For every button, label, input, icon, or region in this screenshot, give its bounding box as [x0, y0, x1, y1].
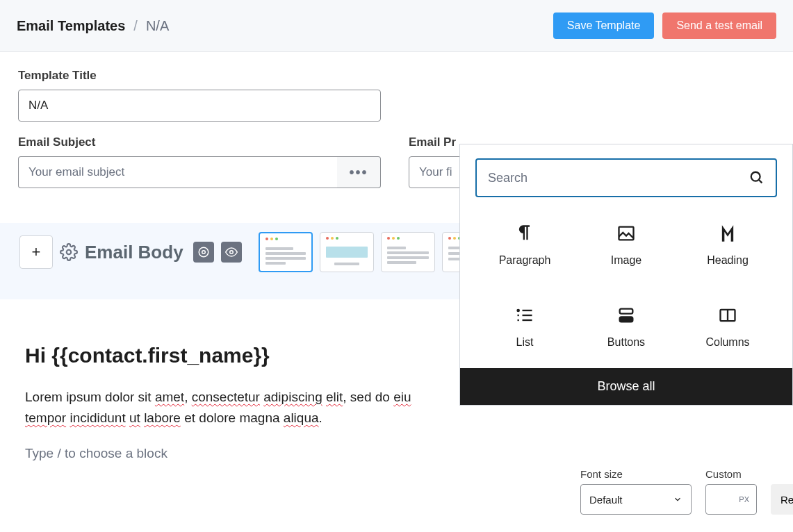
- font-size-label: Font size: [580, 468, 692, 480]
- settings-icon[interactable]: [60, 243, 78, 261]
- block-search[interactable]: [475, 158, 777, 197]
- preview-button[interactable]: [221, 242, 242, 263]
- block-paragraph[interactable]: Paragraph: [474, 218, 575, 272]
- buttons-icon: [616, 306, 636, 325]
- save-template-button[interactable]: Save Template: [553, 13, 655, 39]
- svg-point-3: [229, 251, 233, 254]
- block-heading[interactable]: Heading: [677, 218, 778, 272]
- typography-sidebar: Font size Default Custom PX Reset: [564, 468, 793, 515]
- chevron-down-icon: [673, 494, 682, 504]
- font-size-select[interactable]: Default: [580, 484, 692, 515]
- block-image[interactable]: Image: [575, 218, 677, 272]
- template-title-input[interactable]: [18, 90, 381, 122]
- image-icon: [616, 224, 636, 243]
- columns-icon: [718, 306, 737, 325]
- svg-point-1: [202, 251, 205, 254]
- svg-rect-13: [620, 309, 633, 314]
- layout-option-1[interactable]: [259, 232, 313, 272]
- page-header: Email Templates / N/A Save Template Send…: [0, 0, 793, 52]
- heading-icon: [718, 224, 737, 243]
- layout-option-3[interactable]: [381, 232, 435, 272]
- subject-merge-tags-button[interactable]: •••: [337, 156, 381, 188]
- block-search-input[interactable]: [488, 171, 749, 185]
- custom-label: Custom: [705, 468, 757, 480]
- reset-button[interactable]: Reset: [771, 484, 793, 515]
- template-title-label: Template Title: [18, 69, 381, 83]
- slash-placeholder[interactable]: Type / to choose a block: [25, 446, 768, 461]
- svg-point-4: [751, 172, 760, 181]
- list-icon: [515, 306, 534, 325]
- svg-point-10: [518, 310, 519, 311]
- body-settings-button[interactable]: [193, 242, 214, 263]
- svg-point-0: [67, 250, 72, 255]
- block-buttons[interactable]: Buttons: [575, 300, 677, 354]
- breadcrumb-separator: /: [133, 18, 138, 34]
- block-list[interactable]: List: [474, 300, 575, 354]
- svg-point-2: [199, 247, 209, 257]
- custom-size-input[interactable]: PX: [705, 484, 757, 515]
- email-subject-input[interactable]: [18, 156, 337, 188]
- browse-all-button[interactable]: Browse all: [460, 368, 792, 405]
- layout-option-2[interactable]: [320, 232, 374, 272]
- breadcrumb: Email Templates / N/A: [17, 18, 169, 34]
- send-test-email-button[interactable]: Send a test email: [662, 13, 776, 39]
- search-icon: [749, 170, 765, 185]
- add-block-button[interactable]: +: [19, 235, 53, 269]
- svg-rect-14: [620, 317, 633, 322]
- breadcrumb-current: N/A: [146, 18, 169, 34]
- svg-line-5: [759, 180, 762, 183]
- block-inserter-panel: Paragraph Image Heading List Buttons Col…: [459, 144, 793, 406]
- email-subject-label: Email Subject: [18, 135, 381, 149]
- paragraph-icon: [515, 224, 534, 243]
- email-body-title: Email Body: [85, 242, 183, 263]
- block-columns[interactable]: Columns: [677, 300, 778, 354]
- breadcrumb-root[interactable]: Email Templates: [17, 18, 125, 34]
